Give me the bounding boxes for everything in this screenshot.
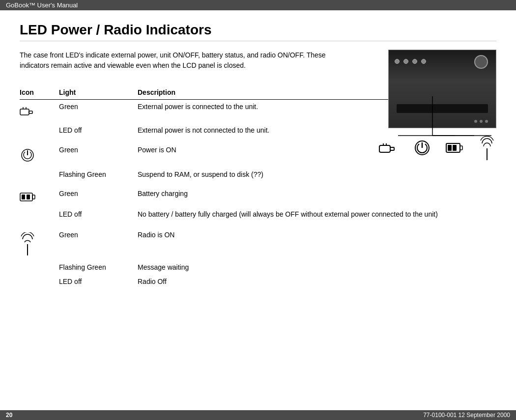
col-header-icon: Icon <box>20 85 59 100</box>
light-cell: Green <box>59 228 138 260</box>
light-cell: Flashing Green <box>59 260 138 275</box>
svg-rect-23 <box>22 195 25 199</box>
svg-rect-15 <box>20 109 29 115</box>
page-title: LED Power / Radio Indicators <box>20 22 496 41</box>
svg-rect-8 <box>453 145 457 151</box>
desc-cell: Battery charging <box>138 187 496 207</box>
icon-cell <box>20 100 59 124</box>
plug-icon-small <box>20 104 37 119</box>
table-row: Green Radio is ON <box>20 228 496 260</box>
page-number: 20 <box>6 412 12 419</box>
battery-icon-small <box>20 191 36 203</box>
table-row: LED off Radio Off <box>20 275 496 289</box>
light-cell: Green <box>59 100 138 124</box>
svg-rect-7 <box>448 145 452 151</box>
light-cell: Flashing Green <box>59 168 138 182</box>
radio-antenna-icon-img <box>478 136 496 160</box>
top-bar: GoBook™ User's Manual <box>0 0 516 10</box>
table-row: LED off No battery / battery fully charg… <box>20 207 496 222</box>
svg-rect-0 <box>379 145 390 152</box>
doc-info: 77-0100-001 12 September 2000 <box>423 412 510 419</box>
intro-paragraph: The case front LED's indicate external p… <box>20 50 354 71</box>
svg-rect-22 <box>32 195 35 199</box>
page-content: LED Power / Radio Indicators The case fr… <box>0 10 516 309</box>
table-row: Flashing Green Suspend to RAM, or suspen… <box>20 168 496 182</box>
svg-rect-16 <box>29 111 32 113</box>
svg-rect-1 <box>390 147 394 150</box>
desc-cell: Message waiting <box>138 260 496 275</box>
bottom-bar: 20 77-0100-001 12 September 2000 <box>0 410 516 420</box>
led-icons-row <box>378 136 496 160</box>
desc-cell: No battery / battery fully charged (will… <box>138 207 496 222</box>
plug-icon-group <box>378 139 399 157</box>
desc-cell: Radio is ON <box>138 228 496 260</box>
table-row: Flashing Green Message waiting <box>20 260 496 275</box>
svg-rect-24 <box>27 195 30 199</box>
radio-icon-small <box>20 232 35 256</box>
light-cell: LED off <box>59 275 138 289</box>
device-photo <box>388 50 496 128</box>
radio-antenna-icon-group <box>478 136 496 160</box>
col-header-light: Light <box>59 85 138 100</box>
light-cell: LED off <box>59 207 138 222</box>
battery-icon-img <box>445 141 464 155</box>
table-row: Green Battery charging <box>20 187 496 207</box>
power-button-icon-group <box>413 139 431 157</box>
icon-cell <box>20 187 59 207</box>
desc-cell: Suspend to RAM, or suspend to disk (??) <box>138 168 496 182</box>
icon-cell <box>20 143 59 168</box>
light-cell: Green <box>59 143 138 168</box>
icon-cell <box>20 228 59 260</box>
manual-title: GoBook™ User's Manual <box>6 1 78 9</box>
power-btn-icon-small <box>20 147 35 163</box>
power-plug-icon-img <box>378 139 399 157</box>
desc-cell: Radio Off <box>138 275 496 289</box>
light-cell: Green <box>59 187 138 207</box>
light-cell: LED off <box>59 123 138 138</box>
svg-rect-6 <box>460 146 462 150</box>
battery-icon-group <box>445 141 464 155</box>
power-button-icon-img <box>413 139 431 157</box>
